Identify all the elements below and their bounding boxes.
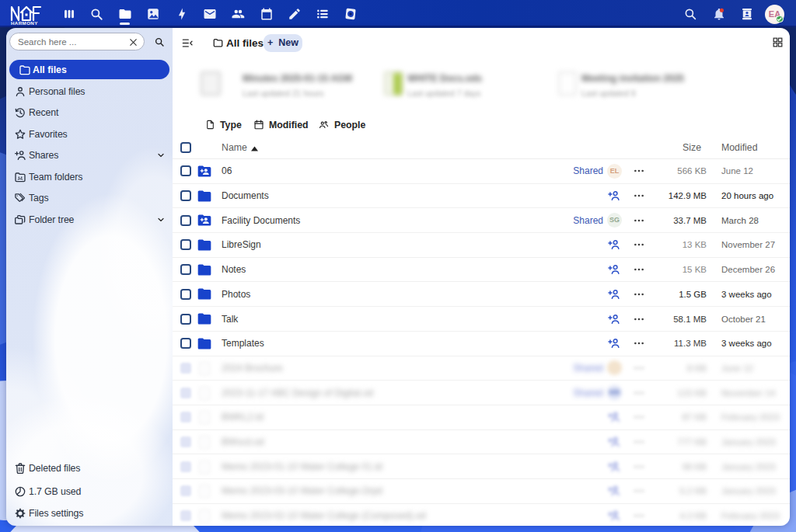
svg-text:HARMONY: HARMONY — [11, 20, 38, 26]
